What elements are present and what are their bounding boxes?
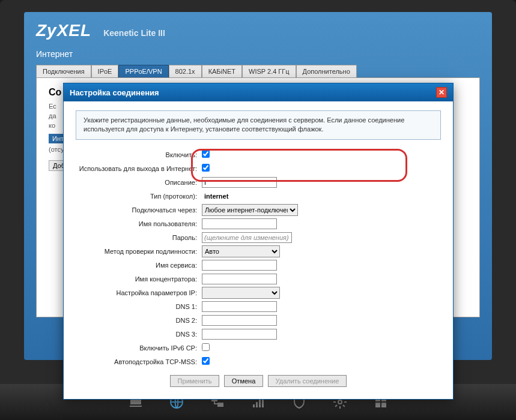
modal-title: Настройка соединения (70, 88, 159, 97)
svg-rect-5 (259, 400, 261, 407)
input-service[interactable] (202, 260, 277, 271)
tab-extra[interactable]: Дополнительно (296, 65, 357, 77)
button-row: Применить Отмена Удалить соединение (76, 375, 441, 387)
svg-point-7 (338, 400, 342, 404)
input-dns3[interactable] (202, 329, 277, 340)
label-use-internet: Использовать для выхода в Интернет: (76, 165, 202, 172)
close-icon[interactable]: ✕ (436, 87, 447, 98)
delete-button[interactable]: Удалить соединение (268, 375, 347, 387)
input-concentrator[interactable] (202, 274, 277, 284)
section-title: Интернет (36, 49, 480, 59)
label-enable: Включить: (76, 151, 202, 158)
label-service: Имя сервиса: (76, 262, 202, 269)
label-connect-via: Подключаться через: (76, 206, 202, 214)
checkbox-tcpmss[interactable] (202, 357, 210, 365)
input-description[interactable] (202, 177, 277, 188)
modal-body: Укажите регистрационные данные, необходи… (64, 101, 453, 399)
label-description: Описание: (76, 179, 202, 186)
apply-button[interactable]: Применить (170, 375, 220, 387)
label-dns3: DNS 3: (76, 331, 202, 338)
tab-bar: Подключения IPoE PPPoE/VPN 802.1x КАБiNE… (36, 65, 480, 77)
svg-rect-10 (375, 403, 380, 407)
label-type: Тип (протокол): (76, 193, 202, 200)
select-auth[interactable]: Авто (202, 245, 280, 257)
label-concentrator: Имя концентратора: (76, 275, 202, 283)
label-ip: Настройка параметров IP: (76, 289, 202, 296)
checkbox-ipv6cp[interactable] (202, 343, 210, 351)
label-ipv6cp: Включить IPv6 CP: (76, 344, 202, 352)
input-dns1[interactable] (202, 301, 277, 312)
checkbox-use-internet[interactable] (202, 164, 210, 172)
tab-8021x[interactable]: 802.1x (169, 65, 202, 77)
brand-row: ZyXEL Keenetic Lite III (36, 21, 480, 40)
model-name: Keenetic Lite III (103, 28, 165, 38)
connection-settings-modal: Настройка соединения ✕ Укажите регистрац… (63, 83, 454, 400)
label-auth: Метод проверки подлинности: (76, 248, 202, 255)
svg-rect-4 (256, 402, 258, 407)
tab-connections[interactable]: Подключения (36, 65, 91, 77)
label-password: Пароль: (76, 234, 202, 241)
tab-wisp[interactable]: WISP 2.4 ГГц (242, 65, 296, 77)
input-password[interactable] (202, 232, 292, 243)
select-connect-via[interactable]: Любое интернет-подключение (202, 204, 298, 216)
brand-logo: ZyXEL (36, 21, 91, 40)
modal-header: Настройка соединения ✕ (64, 83, 453, 101)
svg-rect-3 (253, 404, 255, 407)
label-dns2: DNS 2: (76, 317, 202, 324)
input-dns2[interactable] (202, 315, 277, 326)
select-ip[interactable] (202, 287, 280, 299)
label-dns1: DNS 1: (76, 303, 202, 310)
tab-kabinet[interactable]: КАБiNET (202, 65, 242, 77)
tab-pppoe-vpn[interactable]: PPPoE/VPN (118, 65, 168, 77)
label-username: Имя пользователя: (76, 220, 202, 227)
label-tcpmss: Автоподстройка TCP-MSS: (76, 358, 202, 365)
value-type: internet (202, 193, 228, 200)
info-box: Укажите регистрационные данные, необходи… (76, 110, 441, 140)
input-username[interactable] (202, 218, 277, 229)
app-frame: ZyXEL Keenetic Lite III Интернет Подключ… (0, 0, 516, 420)
cancel-button[interactable]: Отмена (224, 375, 263, 387)
svg-rect-11 (381, 403, 386, 407)
tab-ipoe[interactable]: IPoE (91, 65, 119, 77)
checkbox-enable[interactable] (202, 150, 210, 158)
